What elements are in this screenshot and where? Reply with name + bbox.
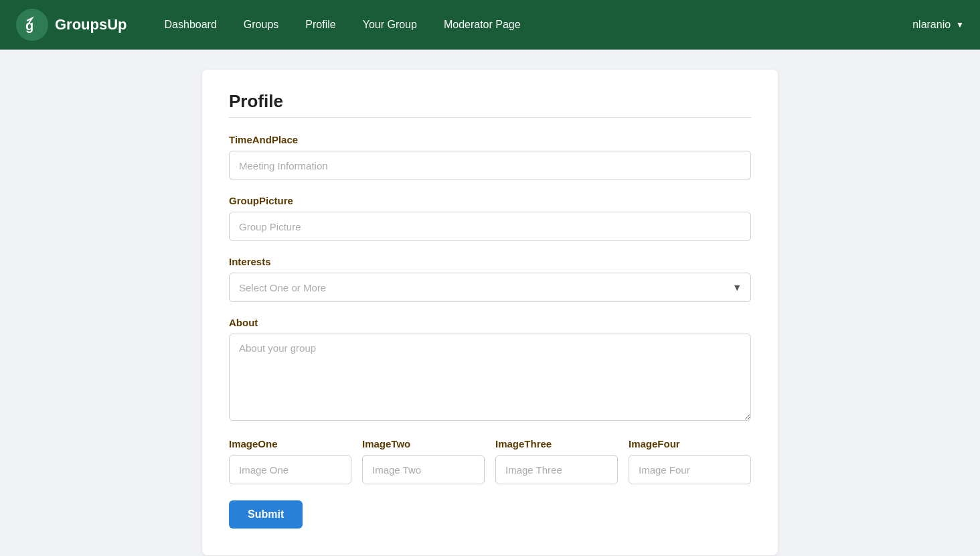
- nav-link-groups[interactable]: Groups: [233, 13, 289, 36]
- title-divider: [229, 117, 751, 118]
- image-three-group: ImageThree: [495, 438, 618, 484]
- interests-select-wrapper: Select One or More ▼: [229, 273, 751, 302]
- profile-form-card: Profile TimeAndPlace GroupPicture Intere…: [202, 70, 778, 555]
- image-four-label: ImageFour: [629, 438, 751, 449]
- navbar-user-menu[interactable]: nlaranio ▼: [912, 19, 964, 31]
- image-two-group: ImageTwo: [362, 438, 485, 484]
- navbar-brand[interactable]: g GroupsUp: [16, 9, 127, 41]
- about-label: About: [229, 317, 751, 328]
- interests-label: Interests: [229, 256, 751, 267]
- group-picture-input[interactable]: [229, 212, 751, 241]
- image-one-input[interactable]: [229, 455, 351, 484]
- interests-select[interactable]: Select One or More: [229, 273, 751, 302]
- image-two-input[interactable]: [362, 455, 485, 484]
- time-and-place-input[interactable]: [229, 151, 751, 180]
- image-one-label: ImageOne: [229, 438, 351, 449]
- nav-link-dashboard[interactable]: Dashboard: [154, 13, 228, 36]
- page-title: Profile: [229, 91, 751, 112]
- about-textarea[interactable]: [229, 334, 751, 421]
- navbar: g GroupsUp Dashboard Groups Profile Your…: [0, 0, 980, 50]
- interests-group: Interests Select One or More ▼: [229, 256, 751, 302]
- image-four-input[interactable]: [629, 455, 751, 484]
- time-and-place-group: TimeAndPlace: [229, 134, 751, 180]
- nav-link-profile[interactable]: Profile: [295, 13, 346, 36]
- image-two-label: ImageTwo: [362, 438, 485, 449]
- nav-link-your-group[interactable]: Your Group: [352, 13, 428, 36]
- user-dropdown-icon: ▼: [956, 20, 964, 29]
- navbar-username: nlaranio: [912, 19, 951, 31]
- navbar-nav: Dashboard Groups Profile Your Group Mode…: [154, 13, 913, 36]
- about-group: About: [229, 317, 751, 423]
- nav-link-moderator-page[interactable]: Moderator Page: [433, 13, 532, 36]
- main-content: Profile TimeAndPlace GroupPicture Intere…: [0, 50, 980, 556]
- app-title: GroupsUp: [55, 16, 127, 33]
- navbar-logo-icon: g: [16, 9, 48, 41]
- image-one-group: ImageOne: [229, 438, 351, 484]
- image-three-input[interactable]: [495, 455, 618, 484]
- submit-button[interactable]: Submit: [229, 500, 303, 529]
- group-picture-label: GroupPicture: [229, 195, 751, 206]
- image-four-group: ImageFour: [629, 438, 751, 484]
- image-three-label: ImageThree: [495, 438, 618, 449]
- group-picture-group: GroupPicture: [229, 195, 751, 241]
- image-fields-row: ImageOne ImageTwo ImageThree ImageFour: [229, 438, 751, 484]
- time-and-place-label: TimeAndPlace: [229, 134, 751, 145]
